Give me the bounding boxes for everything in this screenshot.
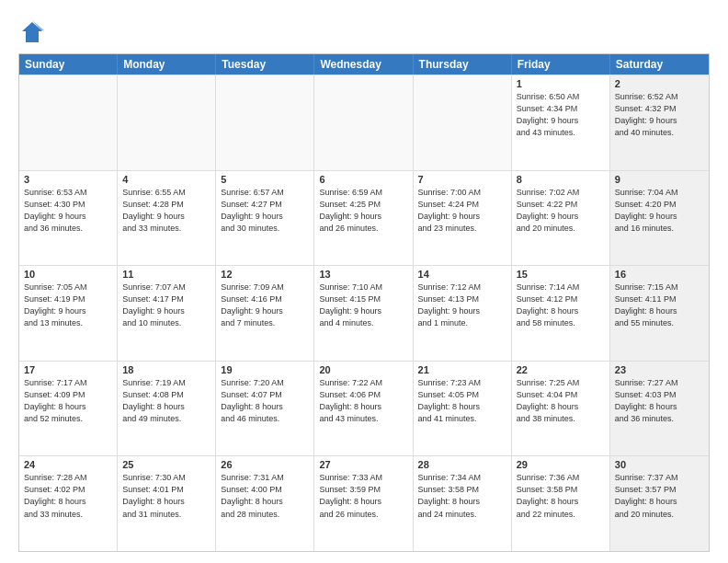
day-info: Sunrise: 6:52 AM Sunset: 4:32 PM Dayligh… — [615, 91, 704, 139]
day-info: Sunrise: 7:31 AM Sunset: 4:00 PM Dayligh… — [221, 472, 309, 520]
calendar-cell — [216, 75, 314, 170]
calendar-cell: 16Sunrise: 7:15 AM Sunset: 4:11 PM Dayli… — [610, 266, 709, 361]
day-info: Sunrise: 7:30 AM Sunset: 4:01 PM Dayligh… — [122, 472, 210, 520]
calendar-cell: 1Sunrise: 6:50 AM Sunset: 4:34 PM Daylig… — [512, 75, 610, 170]
calendar-cell — [414, 75, 512, 170]
day-info: Sunrise: 7:20 AM Sunset: 4:07 PM Dayligh… — [221, 377, 309, 425]
day-number: 20 — [319, 364, 407, 375]
calendar-cell: 17Sunrise: 7:17 AM Sunset: 4:09 PM Dayli… — [19, 362, 118, 456]
day-info: Sunrise: 6:53 AM Sunset: 4:30 PM Dayligh… — [24, 187, 112, 235]
day-number: 6 — [319, 174, 407, 185]
day-info: Sunrise: 7:10 AM Sunset: 4:15 PM Dayligh… — [319, 282, 407, 329]
day-number: 8 — [517, 174, 605, 185]
day-number: 10 — [24, 269, 112, 280]
calendar: SundayMondayTuesdayWednesdayThursdayFrid… — [18, 53, 710, 552]
day-number: 25 — [122, 459, 210, 470]
day-info: Sunrise: 6:59 AM Sunset: 4:25 PM Dayligh… — [319, 187, 407, 235]
day-number: 21 — [418, 364, 506, 375]
calendar-week-1: 1Sunrise: 6:50 AM Sunset: 4:34 PM Daylig… — [19, 75, 709, 170]
calendar-cell: 12Sunrise: 7:09 AM Sunset: 4:16 PM Dayli… — [216, 266, 314, 361]
day-number: 27 — [319, 459, 407, 470]
day-number: 15 — [517, 269, 605, 280]
day-info: Sunrise: 7:09 AM Sunset: 4:16 PM Dayligh… — [221, 282, 309, 329]
day-number: 26 — [221, 459, 309, 470]
day-number: 23 — [615, 364, 704, 375]
calendar-week-2: 3Sunrise: 6:53 AM Sunset: 4:30 PM Daylig… — [19, 170, 709, 266]
header-day-tuesday: Tuesday — [216, 54, 314, 75]
day-info: Sunrise: 7:17 AM Sunset: 4:09 PM Dayligh… — [24, 377, 112, 425]
day-info: Sunrise: 7:22 AM Sunset: 4:06 PM Dayligh… — [319, 377, 407, 425]
header-day-friday: Friday — [512, 54, 610, 75]
calendar-cell: 22Sunrise: 7:25 AM Sunset: 4:04 PM Dayli… — [512, 362, 610, 456]
calendar-cell: 19Sunrise: 7:20 AM Sunset: 4:07 PM Dayli… — [216, 362, 314, 456]
calendar-cell: 30Sunrise: 7:37 AM Sunset: 3:57 PM Dayli… — [610, 456, 709, 551]
day-number: 3 — [24, 174, 112, 185]
day-info: Sunrise: 7:27 AM Sunset: 4:03 PM Dayligh… — [615, 377, 704, 425]
day-info: Sunrise: 6:50 AM Sunset: 4:34 PM Dayligh… — [517, 91, 605, 139]
calendar-cell: 2Sunrise: 6:52 AM Sunset: 4:32 PM Daylig… — [610, 75, 709, 170]
day-number: 17 — [24, 364, 112, 375]
calendar-cell: 9Sunrise: 7:04 AM Sunset: 4:20 PM Daylig… — [610, 171, 709, 266]
day-info: Sunrise: 7:14 AM Sunset: 4:12 PM Dayligh… — [517, 282, 605, 329]
day-info: Sunrise: 7:00 AM Sunset: 4:24 PM Dayligh… — [418, 187, 506, 235]
day-number: 18 — [122, 364, 210, 375]
day-info: Sunrise: 7:15 AM Sunset: 4:11 PM Dayligh… — [615, 282, 704, 329]
day-info: Sunrise: 7:12 AM Sunset: 4:13 PM Dayligh… — [418, 282, 506, 329]
day-info: Sunrise: 7:28 AM Sunset: 4:02 PM Dayligh… — [24, 472, 112, 520]
day-number: 5 — [221, 174, 309, 185]
calendar-cell: 24Sunrise: 7:28 AM Sunset: 4:02 PM Dayli… — [19, 456, 118, 551]
day-number: 2 — [615, 78, 704, 89]
day-number: 22 — [517, 364, 605, 375]
calendar-week-4: 17Sunrise: 7:17 AM Sunset: 4:09 PM Dayli… — [19, 361, 709, 456]
calendar-cell: 21Sunrise: 7:23 AM Sunset: 4:05 PM Dayli… — [414, 362, 512, 456]
day-number: 13 — [319, 269, 407, 280]
calendar-cell: 27Sunrise: 7:33 AM Sunset: 3:59 PM Dayli… — [314, 456, 413, 551]
day-info: Sunrise: 7:36 AM Sunset: 3:58 PM Dayligh… — [517, 472, 605, 520]
day-info: Sunrise: 6:57 AM Sunset: 4:27 PM Dayligh… — [221, 187, 309, 235]
calendar-week-5: 24Sunrise: 7:28 AM Sunset: 4:02 PM Dayli… — [19, 455, 709, 551]
header-day-wednesday: Wednesday — [314, 54, 413, 75]
day-number: 30 — [615, 459, 704, 470]
day-info: Sunrise: 7:04 AM Sunset: 4:20 PM Dayligh… — [615, 187, 704, 235]
day-number: 14 — [418, 269, 506, 280]
day-number: 4 — [122, 174, 210, 185]
page: SundayMondayTuesdayWednesdayThursdayFrid… — [0, 0, 728, 563]
calendar-cell: 7Sunrise: 7:00 AM Sunset: 4:24 PM Daylig… — [414, 171, 512, 266]
calendar-cell: 28Sunrise: 7:34 AM Sunset: 3:58 PM Dayli… — [414, 456, 512, 551]
day-number: 28 — [418, 459, 506, 470]
calendar-cell: 6Sunrise: 6:59 AM Sunset: 4:25 PM Daylig… — [314, 171, 413, 266]
calendar-header: SundayMondayTuesdayWednesdayThursdayFrid… — [19, 54, 709, 75]
calendar-cell: 15Sunrise: 7:14 AM Sunset: 4:12 PM Dayli… — [512, 266, 610, 361]
header — [18, 15, 710, 46]
calendar-cell: 13Sunrise: 7:10 AM Sunset: 4:15 PM Dayli… — [314, 266, 413, 361]
calendar-cell: 23Sunrise: 7:27 AM Sunset: 4:03 PM Dayli… — [610, 362, 709, 456]
header-day-monday: Monday — [118, 54, 216, 75]
calendar-cell: 4Sunrise: 6:55 AM Sunset: 4:28 PM Daylig… — [118, 171, 216, 266]
header-day-saturday: Saturday — [610, 54, 709, 75]
header-day-sunday: Sunday — [19, 54, 118, 75]
day-info: Sunrise: 7:19 AM Sunset: 4:08 PM Dayligh… — [122, 377, 210, 425]
day-number: 19 — [221, 364, 309, 375]
day-info: Sunrise: 7:02 AM Sunset: 4:22 PM Dayligh… — [517, 187, 605, 235]
day-info: Sunrise: 7:25 AM Sunset: 4:04 PM Dayligh… — [517, 377, 605, 425]
calendar-cell: 26Sunrise: 7:31 AM Sunset: 4:00 PM Dayli… — [216, 456, 314, 551]
calendar-cell: 5Sunrise: 6:57 AM Sunset: 4:27 PM Daylig… — [216, 171, 314, 266]
day-number: 11 — [122, 269, 210, 280]
day-number: 12 — [221, 269, 309, 280]
calendar-cell: 3Sunrise: 6:53 AM Sunset: 4:30 PM Daylig… — [19, 171, 118, 266]
day-number: 16 — [615, 269, 704, 280]
day-info: Sunrise: 7:07 AM Sunset: 4:17 PM Dayligh… — [122, 282, 210, 329]
calendar-cell — [19, 75, 118, 170]
calendar-body: 1Sunrise: 6:50 AM Sunset: 4:34 PM Daylig… — [19, 75, 709, 551]
calendar-cell: 18Sunrise: 7:19 AM Sunset: 4:08 PM Dayli… — [118, 362, 216, 456]
calendar-cell: 25Sunrise: 7:30 AM Sunset: 4:01 PM Dayli… — [118, 456, 216, 551]
day-info: Sunrise: 7:34 AM Sunset: 3:58 PM Dayligh… — [418, 472, 506, 520]
day-number: 7 — [418, 174, 506, 185]
calendar-cell: 10Sunrise: 7:05 AM Sunset: 4:19 PM Dayli… — [19, 266, 118, 361]
day-number: 24 — [24, 459, 112, 470]
logo — [18, 18, 50, 46]
calendar-cell: 29Sunrise: 7:36 AM Sunset: 3:58 PM Dayli… — [512, 456, 610, 551]
header-day-thursday: Thursday — [414, 54, 512, 75]
calendar-cell: 11Sunrise: 7:07 AM Sunset: 4:17 PM Dayli… — [118, 266, 216, 361]
day-info: Sunrise: 7:33 AM Sunset: 3:59 PM Dayligh… — [319, 472, 407, 520]
